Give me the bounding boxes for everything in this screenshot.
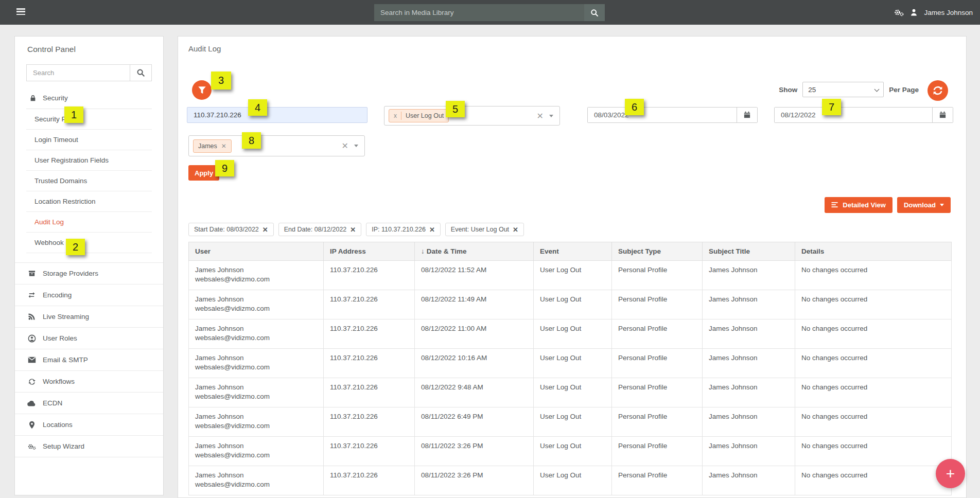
cell-user: James Johnson websales@vidizmo.com — [189, 378, 324, 407]
sidebar-item-setup-wizard[interactable]: Setup Wizard — [15, 435, 163, 457]
add-button[interactable]: + — [936, 459, 965, 488]
table-row[interactable]: James Johnson websales@vidizmo.com 110.3… — [189, 378, 952, 407]
detailed-view-button[interactable]: Detailed View — [825, 197, 892, 213]
sidebar-item-workflows[interactable]: Workflows — [15, 370, 163, 392]
clear-select-icon[interactable]: ✕ — [533, 111, 547, 121]
user-circle-icon — [27, 334, 36, 343]
column-header-details[interactable]: Details — [795, 242, 952, 261]
cell-subject-title: James Johnson — [703, 290, 795, 319]
column-header-subject-title[interactable]: Subject Title — [703, 242, 795, 261]
end-date-field — [774, 107, 953, 123]
per-page-select[interactable]: 25 — [802, 82, 884, 97]
table-row[interactable]: James Johnson websales@vidizmo.com 110.3… — [189, 466, 952, 495]
user-name: James Johnson — [195, 325, 317, 332]
show-label: Show — [779, 86, 797, 94]
cell-details: No changes occurred — [795, 290, 952, 319]
user-tag-label: James — [198, 143, 217, 150]
user-filter-select[interactable]: James ✕ ✕ — [188, 135, 365, 156]
sidebar-item-live-streaming[interactable]: Live Streaming — [15, 306, 163, 327]
sidebar-item-email-smtp[interactable]: Email & SMTP — [15, 349, 163, 370]
sidebar-item-encoding[interactable]: Encoding — [15, 284, 163, 306]
topbar-user-name[interactable]: James Johnson — [924, 9, 973, 16]
start-date-input[interactable] — [588, 108, 737, 122]
sidebar-item-user-registration-fields[interactable]: User Registration Fields — [26, 150, 152, 171]
envelope-icon — [27, 357, 36, 363]
cell-event: User Log Out — [534, 319, 612, 349]
sidebar-item-login-timeout[interactable]: Login Timeout — [26, 130, 152, 150]
calendar-icon[interactable] — [932, 108, 953, 122]
map-pin-icon — [27, 421, 36, 429]
remove-chip-icon[interactable]: ✕ — [429, 226, 435, 234]
sidebar-item-storage-providers[interactable]: Storage Providers — [15, 262, 163, 284]
user-email: websales@vidizmo.com — [195, 363, 317, 371]
sidebar-item-trusted-domains[interactable]: Trusted Domains — [26, 171, 152, 191]
user-email: websales@vidizmo.com — [195, 393, 317, 400]
table-row[interactable]: James Johnson websales@vidizmo.com 110.3… — [189, 407, 952, 437]
download-button[interactable]: Download — [897, 197, 951, 213]
remove-chip-icon[interactable]: ✕ — [350, 226, 356, 234]
end-date-input[interactable] — [775, 108, 932, 122]
table-row[interactable]: James Johnson websales@vidizmo.com 110.3… — [189, 319, 952, 349]
media-library-search-input[interactable] — [374, 4, 584, 21]
remove-tag-icon[interactable]: ✕ — [221, 143, 226, 150]
column-header-event[interactable]: Event — [534, 242, 612, 261]
column-header-datetime[interactable]: ↓Date & Time — [415, 242, 534, 261]
table-row[interactable]: James Johnson websales@vidizmo.com 110.3… — [189, 290, 952, 319]
column-header-ip[interactable]: IP Address — [324, 242, 415, 261]
remove-chip-icon[interactable]: ✕ — [513, 226, 518, 234]
cell-subject-title: James Johnson — [703, 261, 795, 290]
cell-ip: 110.37.210.226 — [324, 319, 415, 349]
user-name: James Johnson — [195, 442, 317, 450]
user-name: James Johnson — [195, 413, 317, 420]
cell-event: User Log Out — [534, 466, 612, 495]
refresh-button[interactable] — [927, 80, 948, 101]
sidebar-item-security[interactable]: Security — [26, 87, 152, 109]
sidebar-item-ecdn[interactable]: ECDN — [15, 392, 163, 414]
sidebar-item-user-roles[interactable]: User Roles — [15, 327, 163, 349]
cell-subject-title: James Johnson — [703, 437, 795, 466]
event-filter-select[interactable]: x User Log Out ✕ — [384, 106, 560, 126]
hamburger-menu-icon[interactable] — [16, 8, 25, 16]
ip-filter-input[interactable] — [187, 107, 367, 123]
cell-ip: 110.37.210.226 — [324, 407, 415, 437]
table-row[interactable]: James Johnson websales@vidizmo.com 110.3… — [189, 349, 952, 378]
user-name: James Johnson — [195, 383, 317, 391]
sidebar-item-audit-log[interactable]: Audit Log — [26, 212, 152, 233]
user-email: websales@vidizmo.com — [195, 275, 317, 283]
sidebar-item-location-restriction[interactable]: Location Restriction — [26, 191, 152, 212]
table-row[interactable]: James Johnson websales@vidizmo.com 110.3… — [189, 261, 952, 290]
calendar-icon[interactable] — [737, 108, 757, 122]
caret-down-icon[interactable] — [354, 145, 358, 147]
clear-select-icon[interactable]: ✕ — [338, 141, 352, 151]
gears-icon — [27, 442, 36, 451]
user-email: websales@vidizmo.com — [195, 305, 317, 312]
sidebar-item-webhook-logs[interactable]: Webhook Logs — [26, 233, 152, 253]
chevron-down-icon — [874, 87, 880, 92]
table-row[interactable]: James Johnson websales@vidizmo.com 110.3… — [189, 437, 952, 466]
media-library-search-button[interactable] — [584, 4, 605, 21]
sidebar-search-input[interactable] — [27, 65, 130, 81]
caret-down-icon[interactable] — [549, 115, 553, 117]
table-actions: Detailed View Download — [825, 197, 951, 213]
cell-user: James Johnson websales@vidizmo.com — [189, 466, 324, 495]
column-header-user[interactable]: User — [189, 242, 324, 261]
cell-event: User Log Out — [534, 261, 612, 290]
remove-chip-icon[interactable]: ✕ — [262, 226, 268, 234]
sidebar-item-locations[interactable]: Locations — [15, 414, 163, 435]
per-page-value: 25 — [808, 86, 816, 94]
cell-subject-type: Personal Profile — [612, 437, 703, 466]
remove-tag-icon[interactable]: x — [394, 112, 397, 119]
cell-datetime: 08/12/2022 11:00 AM — [415, 319, 534, 349]
user-avatar-icon[interactable] — [910, 8, 918, 16]
control-panel-sidebar: Control Panel Security Security Policy L… — [14, 36, 164, 495]
cell-ip: 110.37.210.226 — [324, 437, 415, 466]
sidebar-search-button[interactable] — [130, 65, 151, 81]
column-header-subject-type[interactable]: Subject Type — [612, 242, 703, 261]
cell-subject-type: Personal Profile — [612, 261, 703, 290]
cell-event: User Log Out — [534, 349, 612, 378]
sidebar-item-security-policy[interactable]: Security Policy — [26, 109, 152, 130]
gears-icon[interactable] — [894, 8, 904, 16]
filter-button[interactable] — [192, 80, 212, 100]
funnel-icon — [198, 86, 206, 95]
per-page-label: Per Page — [889, 86, 919, 94]
